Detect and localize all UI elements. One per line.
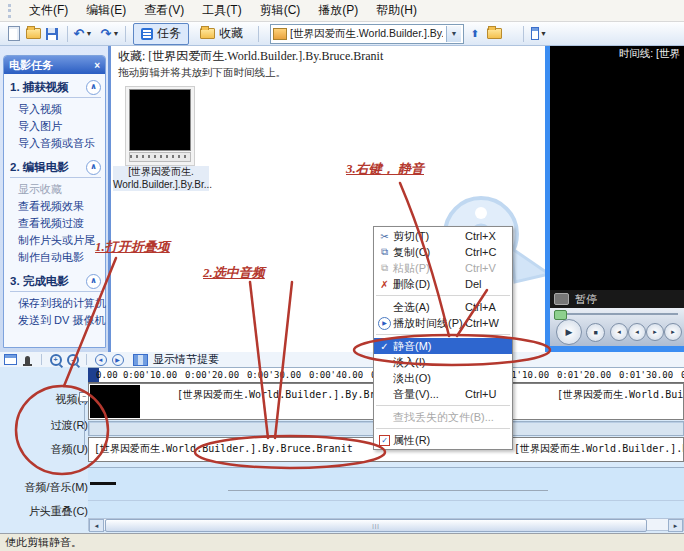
chevron-down-icon: ▼ bbox=[540, 30, 547, 37]
preview-monitor: 时间线: [世界 暂停 ▶ ■ ◄ ◄ ► ► bbox=[545, 46, 684, 352]
movie-maker-window: 文件(F) 编辑(E) 查看(V) 工具(T) 剪辑(C) 播放(P) 帮助(H… bbox=[0, 0, 684, 551]
menu-clip[interactable]: 剪辑(C) bbox=[251, 0, 310, 21]
clip-thumbnail-frame bbox=[129, 89, 191, 151]
storyboard-toggle-button[interactable] bbox=[133, 353, 148, 366]
zoom-out-button[interactable]: - bbox=[65, 353, 80, 366]
menu-separator bbox=[376, 428, 510, 429]
undo-button[interactable]: ↶▼ bbox=[75, 26, 91, 42]
track-label-transition[interactable]: 过渡(R) bbox=[8, 418, 88, 433]
combobox-dropdown-arrow[interactable]: ▼ bbox=[446, 26, 461, 42]
collapse-chevron-icon[interactable]: ∧ bbox=[86, 274, 101, 289]
close-icon[interactable]: × bbox=[94, 60, 100, 71]
annotation-step2: 2.选中音频 bbox=[203, 264, 265, 282]
title-overlay-track[interactable] bbox=[88, 500, 684, 519]
scroll-right-arrow-icon[interactable]: ► bbox=[668, 519, 683, 532]
menu-help[interactable]: 帮助(H) bbox=[367, 0, 426, 21]
menu-play[interactable]: 播放(P) bbox=[309, 0, 367, 21]
timeline-view-button[interactable] bbox=[3, 353, 18, 366]
new-collection-folder-icon bbox=[487, 28, 502, 39]
menu-item-browse-missing-file: 查找丢失的文件(B)... bbox=[374, 409, 512, 425]
toolbar-grip bbox=[8, 4, 14, 18]
waveform-baseline bbox=[228, 490, 548, 491]
separator bbox=[41, 354, 42, 365]
menu-item-delete[interactable]: ✗删除(D)Del bbox=[374, 276, 512, 292]
scroll-left-arrow-icon[interactable]: ◄ bbox=[89, 519, 104, 532]
tasks-button-label: 任务 bbox=[157, 25, 181, 42]
tasks-button[interactable]: 任务 bbox=[133, 23, 189, 45]
audio-music-track[interactable] bbox=[88, 467, 684, 500]
redo-icon: ↷ bbox=[101, 27, 112, 40]
preview-status-row: 暂停 bbox=[550, 290, 684, 308]
sidebar-item-automovie[interactable]: 制作自动电影 bbox=[18, 249, 101, 266]
narrate-button[interactable] bbox=[20, 353, 35, 366]
menu-item-select-all[interactable]: 全选(A)Ctrl+A bbox=[374, 299, 512, 315]
storyboard-icon bbox=[133, 354, 148, 366]
redo-button[interactable]: ↷▼ bbox=[102, 26, 118, 42]
collection-combobox[interactable]: [世界因爱而生.World.Builder.].By.Bruce.Bran ▼ bbox=[270, 24, 464, 44]
menu-item-play-timeline[interactable]: ▶播放时间线(P)Ctrl+W bbox=[374, 315, 512, 331]
sidebar-item-import-audio[interactable]: 导入音频或音乐 bbox=[18, 135, 101, 152]
play-timeline-button[interactable]: ▶ bbox=[110, 353, 125, 366]
sidebar-item-save-to-computer[interactable]: 保存到我的计算机 bbox=[18, 295, 101, 312]
sidebar-item-send-to-dv[interactable]: 发送到 DV 摄像机 bbox=[18, 312, 101, 329]
timeline-pane: + - ◄ ▶ 显示情节提要 0.00 0:00'10.00 0:00'20.0… bbox=[0, 352, 684, 533]
menu-item-fade-out[interactable]: 淡出(O) bbox=[374, 370, 512, 386]
audio-clip-label-2: [世界因爱而生.World.Builder.].By.Bruce.Branit bbox=[514, 442, 684, 456]
step-back-button[interactable]: ◄ bbox=[628, 323, 646, 341]
filmstrip-icon bbox=[129, 152, 191, 162]
clip-thumbnail[interactable] bbox=[125, 86, 195, 166]
finish-movie-section: 3. 完成电影∧ 保存到我的计算机 发送到 DV 摄像机 bbox=[4, 268, 105, 331]
new-collection-folder-button[interactable] bbox=[486, 26, 502, 42]
menu-file[interactable]: 文件(F) bbox=[20, 0, 77, 21]
save-project-button[interactable] bbox=[44, 26, 60, 42]
preview-controls: ▶ ■ ◄ ◄ ► ► bbox=[550, 308, 684, 346]
menu-item-cut[interactable]: ✂剪切(T)Ctrl+X bbox=[374, 228, 512, 244]
open-project-button[interactable] bbox=[25, 26, 41, 42]
chevron-down-icon: ▼ bbox=[85, 30, 92, 37]
sidebar-item-view-effects[interactable]: 查看视频效果 bbox=[18, 198, 101, 215]
seek-track[interactable] bbox=[556, 313, 678, 315]
sidebar-item-make-titles[interactable]: 制作片头或片尾 bbox=[18, 232, 101, 249]
collections-button[interactable]: 收藏 bbox=[192, 23, 251, 45]
menu-item-properties[interactable]: ✓属性(R) bbox=[374, 432, 512, 448]
rewind-timeline-button[interactable]: ◄ bbox=[93, 353, 108, 366]
menu-tools[interactable]: 工具(T) bbox=[193, 0, 250, 21]
stop-button[interactable]: ■ bbox=[586, 323, 605, 342]
annotation-step1: 1.打开折叠项 bbox=[95, 238, 170, 256]
step-forward-button[interactable]: ► bbox=[646, 323, 664, 341]
separator bbox=[125, 26, 126, 42]
previous-frame-button[interactable]: ◄ bbox=[610, 323, 628, 341]
preview-video-area bbox=[550, 63, 684, 290]
up-one-level-button[interactable]: ⬆ bbox=[467, 26, 483, 42]
menu-item-copy[interactable]: ⧉复制(C)Ctrl+C bbox=[374, 244, 512, 260]
sidebar-item-show-collections: 显示收藏 bbox=[18, 181, 101, 198]
menu-separator bbox=[376, 295, 510, 296]
views-button[interactable]: ▼ bbox=[531, 26, 547, 42]
new-project-button[interactable] bbox=[6, 26, 22, 42]
collapse-chevron-icon[interactable]: ∧ bbox=[86, 160, 101, 175]
sidebar-item-import-pictures[interactable]: 导入图片 bbox=[18, 118, 101, 135]
collection-icon bbox=[273, 28, 287, 40]
timeline-horizontal-scrollbar[interactable]: ◄ ||| ► bbox=[88, 518, 684, 531]
annotation-step3: 3.右键， 静音 bbox=[346, 160, 424, 178]
collapse-chevron-icon[interactable]: ∧ bbox=[86, 80, 101, 95]
track-label-audio[interactable]: 音频(U) bbox=[8, 442, 88, 457]
up-level-icon: ⬆ bbox=[471, 27, 479, 40]
undo-icon: ↶ bbox=[74, 27, 85, 40]
next-frame-button[interactable]: ► bbox=[664, 323, 682, 341]
track-label-title-overlay[interactable]: 片头重叠(C) bbox=[8, 504, 88, 519]
menu-view[interactable]: 查看(V) bbox=[135, 0, 193, 21]
menu-item-volume[interactable]: 音量(V)...Ctrl+U bbox=[374, 386, 512, 402]
menu-edit[interactable]: 编辑(E) bbox=[77, 0, 135, 21]
sidebar-item-import-video[interactable]: 导入视频 bbox=[18, 101, 101, 118]
track-label-audio-music[interactable]: 音频/音乐(M) bbox=[8, 480, 88, 495]
scrollbar-thumb[interactable]: ||| bbox=[105, 519, 647, 532]
movie-tasks-panel: 电影任务 × 1. 捕获视频∧ 导入视频 导入图片 导入音频或音乐 2. 编辑电… bbox=[3, 55, 106, 348]
track-label-video[interactable]: 视频(I) bbox=[8, 392, 88, 407]
play-button[interactable]: ▶ bbox=[556, 319, 582, 345]
zoom-in-button[interactable]: + bbox=[48, 353, 63, 366]
menu-item-mute[interactable]: ✓静音(M) bbox=[374, 338, 512, 354]
sidebar-item-view-transitions[interactable]: 查看视频过渡 bbox=[18, 215, 101, 232]
menu-item-fade-in[interactable]: 淡入(I) bbox=[374, 354, 512, 370]
storyboard-toggle-label[interactable]: 显示情节提要 bbox=[153, 352, 219, 367]
